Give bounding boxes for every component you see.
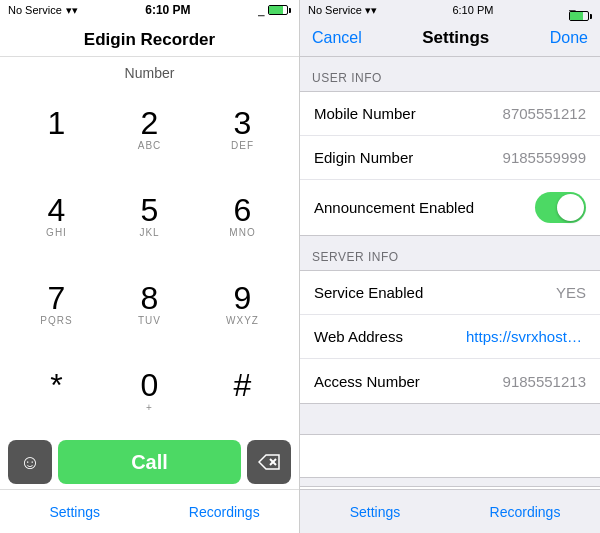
- letters-8: TUV: [138, 315, 161, 326]
- app-title-text: Edigin Recorder: [84, 30, 215, 49]
- edigin-number-label: Edigin Number: [314, 149, 413, 166]
- digit-0: 0: [141, 369, 159, 401]
- battery-tip-left: [289, 8, 291, 13]
- wifi-icon-left: ▾▾: [66, 4, 78, 17]
- letters-3: DEF: [231, 140, 254, 151]
- mobile-number-value: 8705551212: [503, 105, 586, 122]
- dial-key-7[interactable]: 7 PQRS: [10, 260, 103, 348]
- right-left-status: No Service ▾▾: [308, 4, 377, 17]
- tab-recordings-left[interactable]: Recordings: [150, 490, 300, 533]
- section-header-user-info: USER INFO: [300, 57, 600, 91]
- server-info-group: Service Enabled YES Web Address https://…: [300, 270, 600, 404]
- battery-body-left: [268, 5, 288, 15]
- announcement-enabled-row: Announcement Enabled: [300, 180, 600, 235]
- dial-key-3[interactable]: 3 DEF: [196, 85, 289, 173]
- digit-4: 4: [48, 194, 66, 226]
- settings-title: Settings: [422, 28, 489, 48]
- digit-star: *: [50, 369, 62, 401]
- dial-key-star[interactable]: *: [10, 348, 103, 436]
- letters-4: GHI: [46, 227, 67, 238]
- digit-7: 7: [48, 282, 66, 314]
- dial-key-4[interactable]: 4 GHI: [10, 173, 103, 261]
- edigin-number-value: 9185559999: [503, 149, 586, 166]
- call-label: Call: [131, 451, 168, 474]
- bottom-tabs-left: Settings Recordings: [0, 489, 299, 533]
- bluetooth-icon-right: ⎯: [569, 0, 576, 11]
- bluetooth-icon-left: ⎯: [258, 4, 265, 16]
- dial-key-2[interactable]: 2 ABC: [103, 85, 196, 173]
- section-header-server-info: SERVER INFO: [300, 236, 600, 270]
- letters-0: +: [146, 402, 153, 413]
- digit-3: 3: [234, 107, 252, 139]
- edigin-number-row: Edigin Number 9185559999: [300, 136, 600, 180]
- announcement-toggle[interactable]: [535, 192, 586, 223]
- battery-fill-left: [269, 6, 283, 14]
- contact-button[interactable]: ☺: [8, 440, 52, 484]
- battery-right: [569, 11, 592, 21]
- digit-pound: #: [234, 369, 252, 401]
- web-address-row: Web Address https://svrxhosted.ed...: [300, 315, 600, 359]
- user-info-group: Mobile Number 8705551212 Edigin Number 9…: [300, 91, 600, 236]
- tab-settings-right[interactable]: Settings: [300, 490, 450, 533]
- tab-recordings-right[interactable]: Recordings: [450, 490, 600, 533]
- dial-key-pound[interactable]: #: [196, 348, 289, 436]
- digit-5: 5: [141, 194, 159, 226]
- tab-settings-left-label: Settings: [49, 504, 100, 520]
- number-label: Number: [0, 57, 299, 85]
- left-panel: No Service ▾▾ 6:10 PM ⎯ Edigin Recorder …: [0, 0, 300, 533]
- service-enabled-value: YES: [556, 284, 586, 301]
- service-enabled-label: Service Enabled: [314, 284, 423, 301]
- spacer2: [300, 478, 600, 486]
- settings-list: USER INFO Mobile Number 8705551212 Edigi…: [300, 57, 600, 489]
- letters-pound: [241, 402, 245, 413]
- dial-key-8[interactable]: 8 TUV: [103, 260, 196, 348]
- person-icon: ☺: [20, 451, 40, 474]
- dial-key-5[interactable]: 5 JKL: [103, 173, 196, 261]
- digit-9: 9: [234, 282, 252, 314]
- tab-recordings-left-label: Recordings: [189, 504, 260, 520]
- letters-star: [55, 402, 59, 413]
- web-address-label: Web Address: [314, 328, 403, 345]
- spacer: [300, 404, 600, 434]
- access-number-label: Access Number: [314, 373, 420, 390]
- status-bar-left: No Service ▾▾ 6:10 PM ⎯: [0, 0, 299, 20]
- web-address-value: https://svrxhosted.ed...: [466, 328, 586, 345]
- digit-6: 6: [234, 194, 252, 226]
- empty-row-1: [300, 434, 600, 478]
- dialpad: 1 2 ABC 3 DEF 4 GHI 5 JKL 6 MNO 7 PQRS 8: [0, 85, 299, 435]
- dial-key-6[interactable]: 6 MNO: [196, 173, 289, 261]
- app-title: Edigin Recorder: [0, 20, 299, 57]
- cancel-button[interactable]: Cancel: [312, 29, 362, 47]
- tab-settings-left[interactable]: Settings: [0, 490, 150, 533]
- letters-7: PQRS: [40, 315, 72, 326]
- digit-2: 2: [141, 107, 159, 139]
- digit-8: 8: [141, 282, 159, 314]
- letters-2: ABC: [138, 140, 162, 151]
- announcement-enabled-label: Announcement Enabled: [314, 199, 474, 216]
- right-icons-right: ⎯: [569, 0, 592, 21]
- letters-1: [55, 140, 59, 151]
- service-enabled-row: Service Enabled YES: [300, 271, 600, 315]
- mobile-number-label: Mobile Number: [314, 105, 416, 122]
- dial-key-1[interactable]: 1: [10, 85, 103, 173]
- battery-fill-right: [570, 12, 584, 20]
- settings-nav: Cancel Settings Done: [300, 20, 600, 57]
- no-service-label-left: No Service: [8, 4, 62, 16]
- letters-5: JKL: [139, 227, 159, 238]
- dial-key-0[interactable]: 0 +: [103, 348, 196, 436]
- done-button[interactable]: Done: [550, 29, 588, 47]
- no-service-label-right: No Service: [308, 4, 362, 16]
- right-icons-left: ⎯: [258, 4, 291, 16]
- dial-key-9[interactable]: 9 WXYZ: [196, 260, 289, 348]
- letters-6: MNO: [229, 227, 255, 238]
- battery-left: [268, 5, 291, 15]
- left-status-group: No Service ▾▾: [8, 4, 78, 17]
- wifi-icon-right: ▾▾: [365, 4, 377, 16]
- status-bar-right: No Service ▾▾ 6:10 PM ⎯: [300, 0, 600, 20]
- letters-9: WXYZ: [226, 315, 259, 326]
- toggle-knob: [557, 194, 584, 221]
- delete-button[interactable]: [247, 440, 291, 484]
- call-bar: ☺ Call: [0, 435, 299, 489]
- call-button[interactable]: Call: [58, 440, 241, 484]
- access-number-value: 9185551213: [503, 373, 586, 390]
